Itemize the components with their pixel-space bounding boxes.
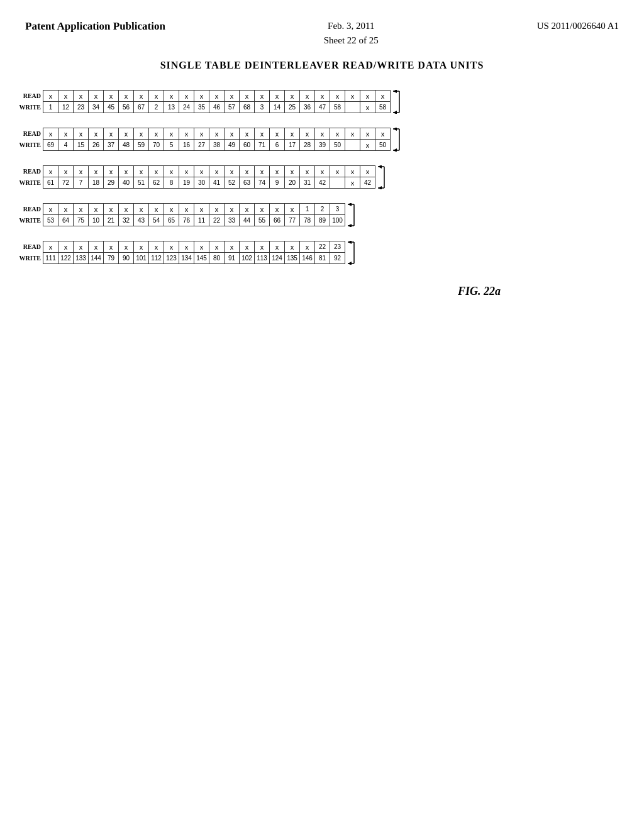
page-header: Patent Application Publication Feb. 3, 2… — [0, 0, 644, 53]
read-row-3: x x x x x x x x x x x x x x x x x x x x — [43, 166, 375, 177]
write-label-2: WRITE — [19, 139, 41, 150]
bracket-svg-4 — [347, 203, 360, 227]
read-row-5: x x x x x x x x x x x x x x x x x x 22 2… — [43, 241, 345, 253]
bracket-svg-2 — [392, 128, 406, 152]
header-center: Feb. 3, 2011 Sheet 22 of 25 — [324, 19, 379, 47]
bracket-5 — [347, 241, 360, 265]
label-col-4: READ WRITE — [19, 203, 41, 226]
table-section-4: READ WRITE x x x x x x x x x x x x x x x… — [19, 203, 360, 227]
table-2: x x x x x x x x x x x x x x x x x x x x — [43, 128, 391, 151]
page-title: SINGLE TABLE DEINTERLEAVER READ/WRITE DA… — [0, 60, 644, 71]
table-section-5: READ WRITE x x x x x x x x x x x x x x x… — [19, 241, 360, 265]
bracket-1 — [392, 90, 406, 114]
write-row-2: 69 4 15 26 37 48 59 70 5 16 27 38 49 60 … — [43, 140, 391, 151]
bracket-svg-3 — [377, 165, 391, 189]
label-col-1: READ WRITE — [19, 90, 41, 113]
table-section-3: READ WRITE x x x x x x x x x x x x x x x… — [19, 165, 391, 189]
fig-label: FIG. 22a — [314, 285, 644, 298]
label-col-2: READ WRITE — [19, 128, 41, 150]
table-1: x x x x x x x x x x x x x x x x x x x x — [43, 90, 391, 113]
table-5: x x x x x x x x x x x x x x x x x x 22 2… — [43, 241, 345, 264]
write-row-4: 53 64 75 10 21 32 43 54 65 76 11 22 33 4… — [43, 215, 345, 226]
write-label-5: WRITE — [19, 252, 41, 263]
table-section-1: READ WRITE x x x x x x x x x x x x x x x… — [19, 90, 406, 114]
read-label-1: READ — [19, 90, 41, 101]
read-label-2: READ — [19, 128, 41, 139]
write-label-1: WRITE — [19, 101, 41, 113]
write-label-4: WRITE — [19, 214, 41, 226]
write-row-1: 1 12 23 34 45 56 67 2 13 24 35 46 57 68 … — [43, 102, 391, 113]
read-row-4: x x x x x x x x x x x x x x x x x 1 2 3 — [43, 204, 345, 215]
bracket-svg-1 — [392, 90, 406, 114]
read-label-3: READ — [19, 165, 41, 177]
write-label-3: WRITE — [19, 177, 41, 188]
bracket-3 — [377, 165, 391, 189]
read-label-5: READ — [19, 241, 41, 252]
bracket-svg-5 — [347, 241, 360, 265]
write-row-3: 61 72 7 18 29 40 51 62 8 19 30 41 52 63 … — [43, 177, 375, 189]
table-3: x x x x x x x x x x x x x x x x x x x x — [43, 165, 375, 189]
bracket-4 — [347, 203, 360, 227]
label-col-3: READ WRITE — [19, 165, 41, 188]
read-label-4: READ — [19, 203, 41, 214]
tables-container: READ WRITE x x x x x x x x x x x x x x x… — [0, 90, 644, 279]
write-row-5: 111 122 133 144 79 90 101 112 123 134 14… — [43, 253, 345, 264]
table-section-2: READ WRITE x x x x x x x x x x x x x x x… — [19, 128, 406, 152]
read-row-1: x x x x x x x x x x x x x x x x x x x x — [43, 91, 391, 102]
date: Feb. 3, 2011 — [324, 19, 379, 33]
table-4: x x x x x x x x x x x x x x x x x 1 2 3 — [43, 203, 345, 226]
label-col-5: READ WRITE — [19, 241, 41, 263]
bracket-2 — [392, 128, 406, 152]
publication-title: Patent Application Publication — [25, 19, 165, 34]
sheet-info: Sheet 22 of 25 — [324, 33, 379, 48]
patent-number: US 2011/0026640 A1 — [537, 19, 619, 33]
read-row-2: x x x x x x x x x x x x x x x x x x x x — [43, 128, 391, 140]
